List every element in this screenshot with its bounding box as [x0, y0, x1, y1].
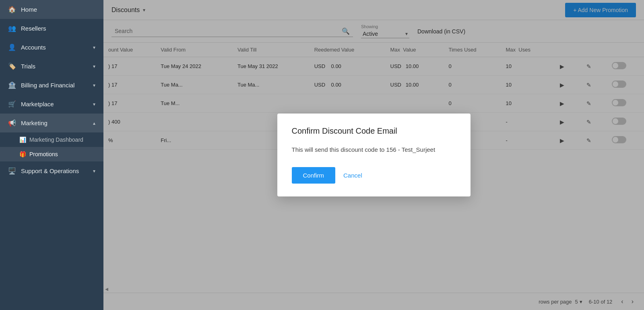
sidebar-item-support[interactable]: 🖥️ Support & Operations ▾ [0, 161, 103, 180]
home-icon: 🏠 [8, 6, 16, 13]
sidebar-item-marketing[interactable]: 📢 Marketing ▴ [0, 114, 103, 132]
sidebar-item-marketplace[interactable]: 🛒 Marketplace ▾ [0, 95, 103, 114]
sidebar-item-billing[interactable]: 🏦 Billing and Financial ▾ [0, 76, 103, 95]
chevron-down-icon: ▾ [93, 45, 95, 50]
chevron-down-icon: ▾ [93, 101, 95, 107]
support-icon: 🖥️ [8, 167, 16, 175]
dashboard-icon: 📊 [19, 136, 26, 143]
sidebar-item-label: Trials [21, 63, 88, 70]
sidebar-item-label: Home [21, 6, 95, 13]
chevron-down-icon: ▾ [93, 64, 95, 69]
sidebar-item-home[interactable]: 🏠 Home [0, 0, 103, 19]
trials-icon: 🏷️ [8, 62, 16, 70]
sidebar-item-marketing-dashboard[interactable]: 📊 Marketing Dashboard [0, 132, 103, 147]
dialog-title: Confirm Discount Code Email [292, 126, 456, 136]
main-content: Discounts ▾ + Add New Promotion 🔍 Showin… [103, 0, 644, 310]
cancel-button[interactable]: Cancel [343, 172, 362, 179]
sidebar-item-label: Billing and Financial [21, 82, 88, 89]
sidebar-item-promotions[interactable]: 🎁 Promotions [0, 147, 103, 161]
dialog-actions: Confirm Cancel [292, 167, 456, 184]
sidebar-subitem-label: Marketing Dashboard [29, 136, 83, 143]
accounts-icon: 👤 [8, 43, 16, 51]
modal-overlay: Confirm Discount Code Email This will se… [103, 0, 644, 310]
marketing-icon: 📢 [8, 119, 16, 127]
confirm-dialog: Confirm Discount Code Email This will se… [277, 114, 471, 197]
promotions-icon: 🎁 [19, 151, 26, 157]
chevron-up-icon: ▴ [93, 120, 95, 126]
marketplace-icon: 🛒 [8, 100, 16, 108]
chevron-down-icon: ▾ [93, 168, 95, 174]
sidebar-item-accounts[interactable]: 👤 Accounts ▾ [0, 38, 103, 57]
resellers-icon: 👥 [8, 25, 16, 32]
sidebar-subitem-label: Promotions [29, 151, 58, 157]
dialog-message: This will send this discount code to 156… [292, 145, 456, 155]
sidebar-item-label: Accounts [21, 44, 88, 51]
confirm-button[interactable]: Confirm [292, 167, 336, 184]
sidebar-item-resellers[interactable]: 👥 Resellers [0, 19, 103, 38]
sidebar-item-trials[interactable]: 🏷️ Trials ▾ [0, 57, 103, 76]
sidebar-item-label: Resellers [21, 25, 95, 32]
sidebar-item-label: Marketplace [21, 101, 88, 107]
sidebar-item-label: Support & Operations [21, 167, 88, 174]
billing-icon: 🏦 [8, 81, 16, 89]
sidebar-item-label: Marketing [21, 120, 88, 126]
chevron-down-icon: ▾ [93, 83, 95, 88]
sidebar: 🏠 Home 👥 Resellers 👤 Accounts ▾ 🏷️ Trial… [0, 0, 103, 310]
